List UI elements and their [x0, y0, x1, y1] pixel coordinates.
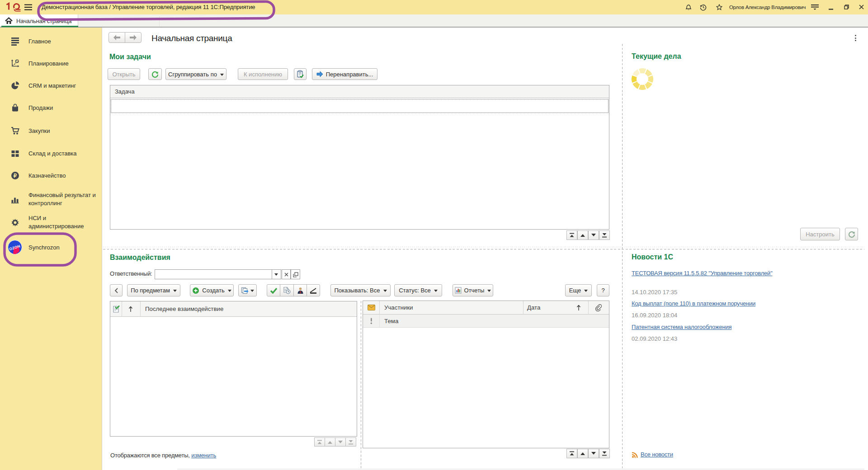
svg-text:₽: ₽ [14, 173, 17, 179]
svg-text:₽: ₽ [16, 59, 18, 63]
